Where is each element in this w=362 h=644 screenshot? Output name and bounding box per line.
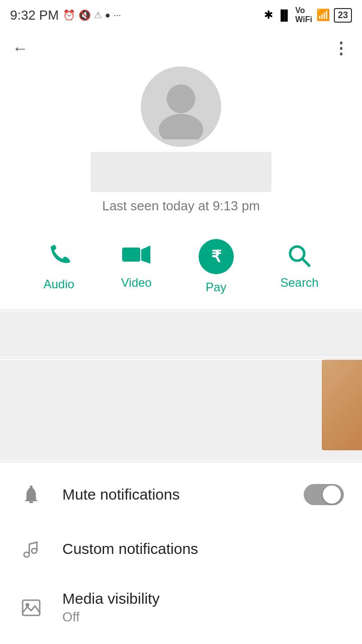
mute-notifications-text: Mute notifications [62, 486, 304, 503]
image-icon [22, 599, 41, 616]
pay-action[interactable]: ₹ Pay [199, 239, 234, 294]
media-visibility-title: Media visibility [62, 590, 344, 607]
audio-label: Audio [43, 277, 74, 291]
status-left-icons: ⏰ 🔇 ⚠ ● ··· [63, 9, 121, 21]
svg-point-7 [30, 486, 33, 489]
audio-icon [47, 242, 71, 271]
about-section-placeholder [0, 311, 362, 357]
svg-rect-6 [29, 501, 33, 503]
top-nav: ← ⋮ [0, 30, 362, 66]
custom-notifications-title: Custom notifications [62, 540, 344, 557]
back-button[interactable]: ← [12, 39, 28, 58]
action-buttons-row: Audio Video ₹ Pay Search [0, 224, 362, 309]
status-time: 9:32 PM ⏰ 🔇 ⚠ ● ··· [10, 8, 121, 23]
video-icon [121, 244, 151, 270]
custom-notifications-item[interactable]: Custom notifications [0, 522, 362, 576]
custom-notifications-icon-container [18, 536, 44, 562]
vo-wifi-icon: VoWiFi [295, 6, 312, 24]
search-action[interactable]: Search [280, 244, 318, 290]
bluetooth-icon: ✱ [264, 9, 273, 22]
bell-icon [22, 485, 41, 504]
signal-icon: ▐▌ [277, 10, 291, 21]
toggle-knob [323, 486, 341, 504]
avatar-icon [148, 74, 214, 139]
media-thumbnail [322, 360, 362, 450]
mute-notifications-toggle[interactable] [304, 484, 344, 505]
music-note-icon [22, 539, 40, 558]
wifi-icon: 📶 [316, 9, 330, 22]
alarm-icon: ⏰ [63, 9, 75, 21]
mute-notifications-icon-container [18, 481, 44, 508]
search-icon [287, 244, 311, 270]
contact-name-placeholder [90, 152, 272, 192]
dots-icon: ··· [114, 10, 121, 21]
svg-point-0 [166, 85, 195, 113]
settings-section: Mute notifications Custom notifications … [0, 462, 362, 644]
pay-icon: ₹ [211, 247, 221, 266]
pay-icon-circle: ₹ [199, 239, 234, 274]
divider-2 [0, 358, 362, 359]
video-label: Video [121, 276, 152, 290]
svg-rect-2 [122, 248, 140, 262]
custom-notifications-text: Custom notifications [62, 540, 344, 557]
video-action[interactable]: Video [121, 244, 152, 290]
svg-marker-3 [141, 246, 150, 264]
mute-notifications-item[interactable]: Mute notifications [0, 467, 362, 522]
audio-action[interactable]: Audio [43, 242, 74, 291]
avatar[interactable] [141, 66, 221, 147]
warning-icon: ⚠ [94, 10, 102, 21]
svg-line-5 [302, 259, 309, 266]
media-visibility-text: Media visibility Off [62, 590, 344, 625]
mute-notifications-title: Mute notifications [62, 486, 304, 503]
profile-section: Last seen today at 9:13 pm [0, 66, 362, 224]
media-visibility-item[interactable]: Media visibility Off [0, 576, 362, 639]
more-options-button[interactable]: ⋮ [333, 39, 350, 58]
divider-1 [0, 309, 362, 310]
sound-icon: 🔇 [78, 9, 91, 21]
media-section-placeholder [0, 360, 362, 460]
status-right-icons: ✱ ▐▌ VoWiFi 📶 23 [264, 6, 352, 24]
media-visibility-icon-container [18, 595, 44, 621]
battery-indicator: 23 [334, 8, 352, 23]
last-seen-text: Last seen today at 9:13 pm [102, 198, 260, 214]
circle-icon: ● [105, 10, 111, 21]
pay-label: Pay [206, 280, 226, 294]
battery-level: 23 [338, 10, 348, 20]
media-visibility-subtitle: Off [62, 609, 344, 625]
svg-point-1 [159, 114, 203, 139]
time-display: 9:32 PM [10, 8, 59, 23]
status-bar: 9:32 PM ⏰ 🔇 ⚠ ● ··· ✱ ▐▌ VoWiFi 📶 23 [0, 0, 362, 30]
search-label: Search [280, 276, 318, 290]
